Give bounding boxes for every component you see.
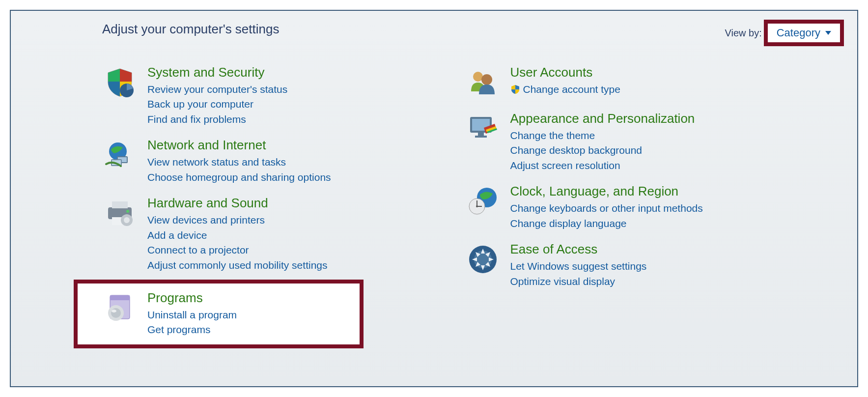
view-by-control: View by: Category [725, 24, 840, 42]
category-programs: Programs Uninstall a program Get program… [102, 290, 353, 338]
category-network-internet: Network and Internet View network status… [102, 138, 465, 185]
link-devices-printers[interactable]: View devices and printers [147, 213, 328, 227]
category-title[interactable]: Appearance and Personalization [510, 111, 695, 126]
view-by-dropdown[interactable]: Category [768, 24, 840, 42]
left-column: System and Security Review your computer… [102, 65, 465, 376]
chevron-down-icon [825, 31, 831, 35]
ease-of-access-icon [465, 242, 501, 277]
link-screen-res[interactable]: Adjust screen resolution [510, 158, 695, 173]
svg-point-18 [481, 74, 492, 85]
category-title[interactable]: System and Security [147, 65, 287, 80]
link-change-theme[interactable]: Change the theme [510, 128, 695, 143]
svg-point-10 [124, 217, 130, 223]
category-appearance: Appearance and Personalization Change th… [465, 111, 828, 173]
link-display-lang[interactable]: Change display language [510, 216, 703, 231]
category-title[interactable]: Clock, Language, and Region [510, 184, 703, 199]
category-title[interactable]: Hardware and Sound [147, 196, 328, 211]
appearance-icon [465, 111, 501, 146]
link-get-programs[interactable]: Get programs [147, 322, 237, 337]
highlighted-programs-box: Programs Uninstall a program Get program… [78, 284, 360, 344]
svg-rect-21 [478, 133, 484, 136]
user-accounts-icon [465, 65, 501, 100]
svg-rect-7 [112, 201, 128, 208]
category-hardware-sound: Hardware and Sound View devices and prin… [102, 196, 465, 273]
link-suggest-settings[interactable]: Let Windows suggest settings [510, 259, 647, 274]
uac-shield-icon [510, 84, 520, 93]
category-clock-lang-region: Clock, Language, and Region Change keybo… [465, 184, 828, 231]
shield-icon [102, 65, 138, 100]
link-homegroup[interactable]: Choose homegroup and sharing options [147, 170, 331, 185]
link-back-up[interactable]: Back up your computer [147, 97, 287, 112]
link-optimize-visual[interactable]: Optimize visual display [510, 274, 647, 289]
link-change-account-type[interactable]: Change account type [510, 82, 620, 97]
category-title[interactable]: Ease of Access [510, 242, 647, 257]
category-title[interactable]: Network and Internet [147, 138, 331, 153]
view-by-label: View by: [725, 28, 761, 39]
category-title[interactable]: User Accounts [510, 65, 620, 80]
globe-network-icon [102, 138, 138, 173]
svg-rect-22 [475, 136, 487, 138]
svg-point-16 [112, 310, 116, 312]
link-uninstall[interactable]: Uninstall a program [147, 308, 237, 322]
link-network-status[interactable]: View network status and tasks [147, 155, 331, 170]
view-by-value: Category [777, 27, 820, 39]
right-column: User Accounts Change account type [465, 65, 828, 376]
link-projector[interactable]: Connect to a projector [147, 243, 328, 257]
link-review-status[interactable]: Review your computer's status [147, 82, 287, 97]
categories-grid: System and Security Review your computer… [102, 65, 828, 376]
svg-point-17 [473, 72, 483, 82]
svg-point-15 [111, 308, 121, 318]
link-keyboards[interactable]: Change keyboards or other input methods [510, 201, 703, 216]
link-add-device[interactable]: Add a device [147, 228, 328, 243]
category-ease-of-access: Ease of Access Let Windows suggest setti… [465, 242, 828, 289]
svg-rect-13 [110, 295, 130, 300]
category-user-accounts: User Accounts Change account type [465, 65, 828, 100]
link-find-fix[interactable]: Find and fix problems [147, 112, 287, 127]
printer-icon [102, 196, 138, 231]
svg-point-11 [126, 210, 129, 213]
clock-globe-icon [465, 184, 501, 219]
link-desktop-bg[interactable]: Change desktop background [510, 143, 695, 158]
link-mobility[interactable]: Adjust commonly used mobility settings [147, 258, 328, 273]
control-panel-window: Adjust your computer's settings View by:… [10, 10, 858, 387]
category-system-security: System and Security Review your computer… [102, 65, 465, 127]
programs-icon [102, 290, 138, 326]
svg-point-27 [476, 205, 478, 207]
category-title[interactable]: Programs [147, 290, 237, 306]
page-title: Adjust your computer's settings [102, 22, 279, 37]
